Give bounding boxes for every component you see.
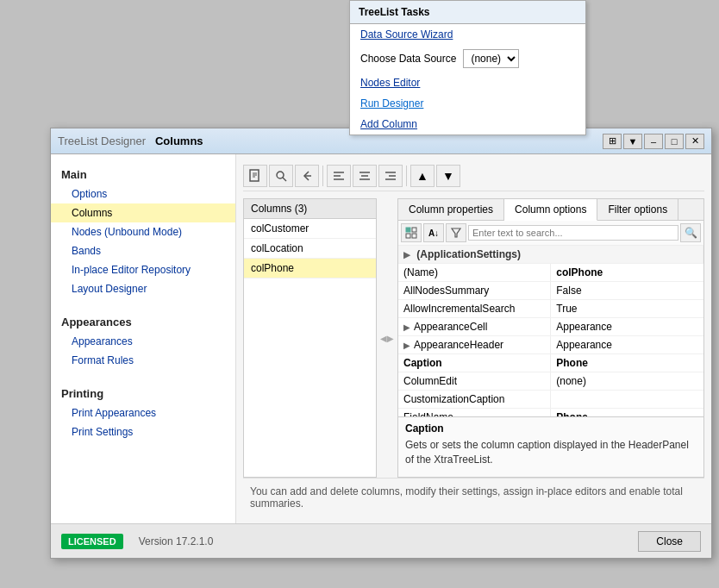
bottom-info: You can add and delete columns, modify t… [243,478,704,516]
toolbar-btn-up[interactable]: ▲ [410,165,435,187]
expand-icon[interactable]: ▶ [403,322,410,332]
footer-version: Version 17.2.1.0 [139,535,214,547]
toolbar-btn-align-center[interactable] [353,165,377,187]
props-search-btn[interactable]: 🔍 [680,223,701,242]
toolbar-btn-new[interactable] [243,165,267,187]
toolbar-btn-search[interactable] [269,165,293,187]
toolbar-sep-2 [406,166,407,186]
columns-list-panel: Columns (3) colCustomer colLocation colP… [243,198,377,478]
col-item-phone[interactable]: colPhone [244,259,376,278]
svg-rect-16 [406,228,410,232]
properties-tabs: Column properties Column options Filter … [398,199,703,221]
table-row: Caption Phone [398,354,703,372]
props-search-input[interactable] [468,225,678,241]
props-sort-az[interactable]: A↓ [423,223,444,242]
toolbar-btn-align-left[interactable] [327,165,351,187]
footer-left: LICENSED Version 17.2.1.0 [61,534,213,549]
sidebar-item-columns[interactable]: Columns [51,203,235,222]
svg-rect-17 [412,228,416,232]
task-data-source-wizard[interactable]: Data Source Wizard [350,24,585,45]
dialog-close-footer-button[interactable]: Close [638,531,701,552]
sidebar: Main Options Columns Nodes (Unbound Mode… [51,154,236,523]
task-run-designer[interactable]: Run Designer [350,93,585,114]
sidebar-section-printing: Printing [51,380,235,403]
table-row: ▶AppearanceHeader Appearance [398,336,703,354]
sidebar-item-print-settings[interactable]: Print Settings [51,422,235,441]
columns-list: colCustomer colLocation colPhone [244,219,376,477]
panel-resizer[interactable]: ◀▶ [384,198,391,478]
columns-list-header: Columns (3) [244,199,376,219]
dialog-close-button[interactable]: ✕ [685,134,704,149]
prop-name: AllNodesSummary [398,282,551,300]
dialog-title-main: Columns [155,134,203,147]
sidebar-item-bands[interactable]: Bands [51,241,235,260]
props-desc-title: Caption [405,422,697,435]
dialog-dropdown-button[interactable]: ▼ [623,134,642,149]
col-item-customer[interactable]: colCustomer [244,219,376,239]
toolbar-btn-back[interactable] [295,165,319,187]
task-nodes-editor[interactable]: Nodes Editor [350,72,585,93]
dialog-controls: ⊞ ▼ – □ ✕ [603,134,704,149]
dialog-minimize-button[interactable]: – [644,134,663,149]
choose-source-select[interactable]: (none) [463,49,519,68]
tasks-popup: TreeList Tasks Data Source Wizard Choose… [349,0,586,135]
main-toolbar: ▲ ▼ [243,161,704,191]
treelist-designer-dialog: TreeList Designer Columns ⊞ ▼ – □ ✕ Main… [50,128,712,559]
prop-name: ColumnEdit [398,372,551,391]
task-add-column[interactable]: Add Column [350,114,585,134]
sidebar-item-print-appearances[interactable]: Print Appearances [51,403,235,422]
toolbar-sep-1 [322,166,323,186]
table-row: (Name) colPhone [398,264,703,282]
toolbar-btn-down[interactable]: ▼ [436,165,460,187]
choose-source-label: Choose Data Source [360,53,456,65]
dialog-title: TreeList Designer Columns [58,134,203,147]
prop-value: Phone [551,354,703,372]
prop-name: ▶AppearanceHeader [398,336,551,354]
prop-name: Caption [398,354,551,372]
prop-name: FieldName [398,409,551,417]
col-item-location[interactable]: colLocation [244,239,376,259]
sidebar-item-options[interactable]: Options [51,185,235,203]
prop-value: colPhone [551,264,703,282]
sidebar-item-nodes[interactable]: Nodes (Unbound Mode) [51,222,235,241]
table-row: CustomizationCaption [398,391,703,409]
toolbar-btn-align-right[interactable] [378,165,403,187]
svg-marker-20 [452,228,460,237]
prop-name: AllowIncrementalSearch [398,300,551,318]
tasks-choose-source-row: Choose Data Source (none) [350,45,585,72]
tab-column-properties[interactable]: Column properties [398,199,504,220]
sidebar-item-layout-designer[interactable]: Layout Designer [51,279,235,298]
table-row: ColumnEdit (none) [398,372,703,391]
dialog-title-prefix: TreeList Designer [58,134,146,147]
props-sort-category[interactable] [401,223,422,242]
sidebar-item-appearances[interactable]: Appearances [51,332,235,351]
sidebar-item-format-rules[interactable]: Format Rules [51,351,235,370]
table-row: FieldName Phone [398,409,703,417]
props-table: ▶ (ApplicationSettings) (Name) colPhone [398,246,703,416]
tasks-popup-header: TreeList Tasks [350,1,585,24]
sidebar-item-editor-repository[interactable]: In-place Editor Repository [51,260,235,279]
tab-filter-options[interactable]: Filter options [597,199,678,220]
licensed-badge: LICENSED [61,534,123,549]
prop-value: Phone [551,409,703,417]
props-toolbar: A↓ 🔍 [398,221,703,246]
dialog-footer: LICENSED Version 17.2.1.0 Close [51,523,711,558]
expand-icon[interactable]: ▶ [403,341,410,350]
tab-column-options[interactable]: Column options [504,199,597,221]
props-desc-text: Gets or sets the column caption displaye… [405,438,697,467]
table-row: AllowIncrementalSearch True [398,300,703,318]
expand-icon[interactable]: ▶ [403,250,410,260]
prop-name: ▶AppearanceCell [398,318,551,336]
svg-rect-18 [406,234,410,238]
sidebar-divider-2 [51,370,235,380]
dialog-grid-button[interactable]: ⊞ [603,134,622,149]
dialog-maximize-button[interactable]: □ [665,134,684,149]
props-description: Caption Gets or sets the column caption … [398,416,703,477]
sidebar-section-appearances: Appearances [51,309,235,332]
prop-value: Appearance [551,336,703,354]
prop-value: Appearance [551,318,703,336]
props-filter[interactable] [446,223,466,242]
sidebar-divider-1 [51,298,235,309]
svg-line-5 [283,178,286,181]
prop-value: (none) [551,372,703,391]
